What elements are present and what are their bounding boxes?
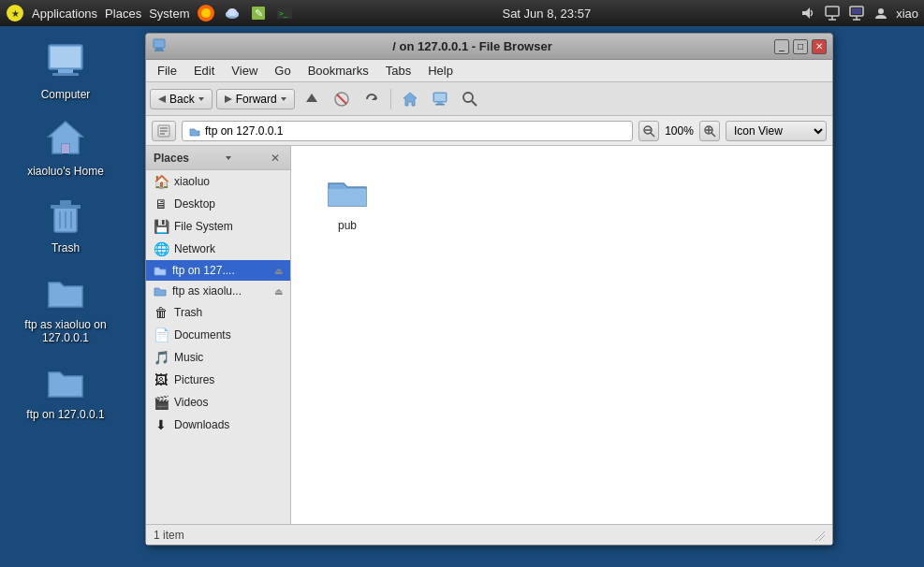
edit-icon[interactable]: ✎ [249, 4, 268, 22]
sidebar-dropdown-icon [224, 153, 233, 163]
window-controls: _ □ ✕ [774, 39, 827, 54]
ftp-127-eject-button[interactable]: ⏏ [274, 266, 283, 276]
svg-line-56 [651, 133, 654, 137]
sidebar-header: Places ✕ [146, 146, 290, 170]
window-titlebar: / on 127.0.0.1 - File Browser _ □ ✕ [146, 34, 832, 60]
zoom-in-button[interactable] [699, 121, 720, 141]
menu-bookmarks[interactable]: Bookmarks [301, 62, 376, 80]
stop-button[interactable] [329, 86, 355, 112]
computer-label: Computer [41, 88, 91, 101]
svg-marker-12 [802, 7, 810, 19]
home-toolbar-icon [402, 91, 418, 108]
filesystem-label: File System [174, 220, 233, 233]
sidebar-item-pictures[interactable]: 🖼 Pictures [146, 369, 290, 391]
maximize-button[interactable]: □ [793, 39, 808, 54]
places-menu[interactable]: Places [105, 7, 141, 21]
svg-marker-62 [226, 156, 231, 160]
view-mode-select[interactable]: Icon View List View Compact View [726, 121, 827, 141]
sidebar-item-xiaoluo[interactable]: 🏠 xiaoluo [146, 170, 290, 193]
ftp-xiaoluo-label: ftp as xiaoluo on 127.0.0.1 [22, 318, 109, 344]
music-icon: 🎵 [154, 350, 169, 365]
cloud-icon[interactable] [223, 4, 242, 22]
network-icon[interactable] [823, 4, 842, 22]
sidebar-item-ftp-xiao[interactable]: ftp as xiaolu... ⏏ [146, 281, 290, 301]
back-label: Back [169, 93, 195, 106]
desktop-icon-trash[interactable]: Trash [19, 189, 112, 258]
resize-handle[interactable] [814, 530, 825, 541]
taskbar-right: xiao [799, 4, 918, 22]
desktop-sidebar-label: Desktop [174, 197, 215, 211]
desktop-icon-computer[interactable]: Computer [19, 36, 112, 105]
svg-rect-35 [154, 50, 164, 51]
ftp-127-label: ftp on 127.0.0.1 [26, 408, 104, 421]
menu-file[interactable]: File [150, 62, 184, 80]
taskbar: ★ Applications Places System ✎ [0, 0, 924, 26]
zoom-area: 100% [638, 121, 720, 141]
search-toolbar-button[interactable] [457, 86, 483, 112]
sidebar-item-documents[interactable]: 📄 Documents [146, 324, 290, 346]
zoom-level-label: 100% [663, 124, 696, 138]
status-bar: 1 item [146, 524, 832, 545]
reload-button[interactable] [359, 86, 385, 112]
downloads-icon: ⬇ [154, 417, 169, 432]
firefox-icon[interactable] [197, 4, 215, 22]
sidebar-close-button[interactable]: ✕ [268, 151, 283, 166]
desktop-icon-ftp-xiaoluo[interactable]: ftp as xiaoluo on 127.0.0.1 [19, 266, 112, 348]
sidebar-item-ftp-127[interactable]: ftp on 127.... ⏏ [146, 260, 290, 281]
computer-toolbar-icon [432, 91, 448, 108]
speaker-icon[interactable] [799, 4, 817, 22]
menu-help[interactable]: Help [420, 62, 461, 80]
file-area: pub [291, 146, 832, 524]
home-toolbar-button[interactable] [397, 86, 423, 112]
sidebar-item-music[interactable]: 🎵 Music [146, 346, 290, 369]
sidebar-item-filesystem[interactable]: 💾 File System [146, 215, 290, 238]
status-text: 1 item [154, 529, 184, 542]
menu-edit[interactable]: Edit [186, 62, 222, 80]
trash-icon-svg [43, 193, 88, 238]
zoom-out-button[interactable] [638, 121, 659, 141]
home-icon-svg [43, 116, 88, 161]
ftp-folder-icon [154, 264, 167, 277]
svg-text:✎: ✎ [255, 7, 263, 19]
forward-button[interactable]: Forward [216, 89, 295, 109]
back-button[interactable]: Back [150, 89, 213, 109]
ftp-xiaoluo-icon-svg [43, 269, 88, 314]
svg-rect-22 [51, 47, 81, 67]
window-icon [152, 37, 170, 55]
location-edit-button[interactable] [152, 121, 176, 141]
terminal-icon[interactable]: >_ [275, 4, 294, 22]
sidebar-item-network[interactable]: 🌐 Network [146, 238, 290, 260]
menu-tabs[interactable]: Tabs [378, 62, 418, 80]
sidebar-item-trash[interactable]: 🗑 Trash [146, 301, 290, 324]
music-label: Music [174, 351, 203, 364]
desktop-icon-home[interactable]: xiaoluo's Home [19, 112, 112, 182]
pictures-label: Pictures [174, 373, 214, 386]
display-icon[interactable] [847, 4, 866, 22]
ftp-xiao-eject-button[interactable]: ⏏ [274, 286, 283, 297]
videos-icon: 🎬 [154, 395, 169, 410]
edit-location-icon [157, 124, 170, 138]
menu-view[interactable]: View [224, 62, 265, 80]
minimize-button[interactable]: _ [774, 39, 789, 54]
up-arrow-icon [303, 91, 320, 108]
computer-toolbar-button[interactable] [427, 86, 453, 112]
ftp-xiao-folder-icon [154, 284, 167, 298]
up-button[interactable] [299, 86, 325, 112]
logout-icon[interactable] [872, 4, 890, 22]
menu-go[interactable]: Go [267, 62, 298, 80]
close-button[interactable]: ✕ [812, 39, 827, 54]
trash-label: Trash [51, 241, 80, 254]
svg-rect-28 [51, 205, 81, 209]
system-menu[interactable]: System [149, 7, 189, 21]
applications-menu[interactable]: Applications [32, 7, 97, 21]
sidebar-item-downloads[interactable]: ⬇ Downloads [146, 414, 290, 436]
svg-marker-44 [403, 93, 417, 106]
file-icon-pub[interactable]: pub [310, 165, 385, 238]
sidebar-item-desktop[interactable]: 🖥 Desktop [146, 193, 290, 215]
app-icon: ★ [6, 4, 24, 22]
sidebar-item-videos[interactable]: 🎬 Videos [146, 391, 290, 414]
documents-icon: 📄 [154, 327, 169, 342]
svg-rect-26 [62, 144, 69, 153]
desktop-icon-ftp-127[interactable]: ftp on 127.0.0.1 [19, 356, 112, 425]
computer-icon-svg [43, 39, 88, 84]
